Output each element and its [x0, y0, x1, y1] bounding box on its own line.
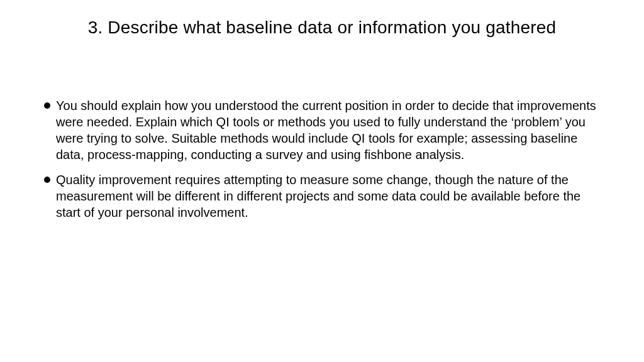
list-item: You should explain how you understood th… [43, 97, 601, 163]
bullet-list: You should explain how you understood th… [43, 97, 601, 221]
bullet-icon [44, 102, 50, 109]
bullet-icon [44, 177, 50, 183]
list-item: Quality improvement requires attempting … [43, 172, 601, 221]
slide-content: You should explain how you understood th… [36, 97, 608, 221]
bullet-text: You should explain how you understood th… [56, 97, 601, 163]
bullet-text: Quality improvement requires attempting … [56, 172, 601, 221]
slide-title: 3. Describe what baseline data or inform… [36, 18, 608, 38]
